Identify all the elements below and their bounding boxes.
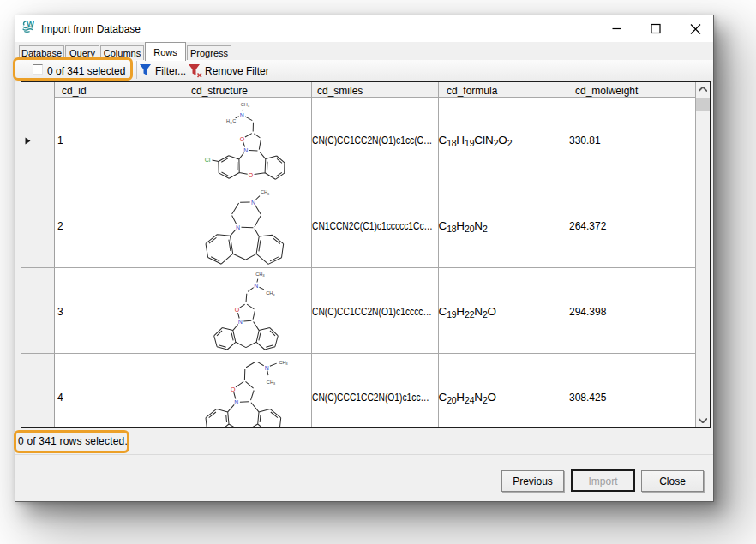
- svg-text:3: 3: [267, 192, 270, 196]
- svg-text:3: 3: [262, 273, 265, 278]
- svg-text:CH: CH: [241, 102, 248, 107]
- svg-text:N: N: [234, 399, 238, 405]
- svg-text:3: 3: [285, 362, 288, 366]
- svg-text:CH: CH: [255, 272, 262, 277]
- svg-text:N: N: [236, 224, 240, 230]
- svg-text:O: O: [240, 136, 245, 142]
- svg-text:N: N: [251, 200, 255, 206]
- svg-text:CH: CH: [266, 290, 273, 296]
- svg-text:O: O: [231, 386, 236, 392]
- svg-text:N: N: [254, 283, 258, 289]
- svg-text:Cl: Cl: [205, 157, 211, 163]
- svg-text:N: N: [265, 365, 269, 371]
- svg-text:3: 3: [273, 293, 275, 297]
- svg-text:N: N: [243, 147, 248, 153]
- svg-text:N: N: [240, 112, 244, 118]
- svg-text:C: C: [232, 118, 236, 123]
- svg-text:3: 3: [273, 381, 276, 386]
- svg-text:O: O: [235, 307, 240, 313]
- svg-text:W: W: [27, 20, 34, 28]
- svg-text:CH: CH: [267, 380, 273, 385]
- svg-text:N: N: [238, 319, 243, 325]
- svg-text:CH: CH: [261, 189, 267, 194]
- svg-text:O: O: [249, 172, 254, 178]
- svg-text:3: 3: [248, 104, 250, 108]
- svg-text:CH: CH: [279, 360, 285, 365]
